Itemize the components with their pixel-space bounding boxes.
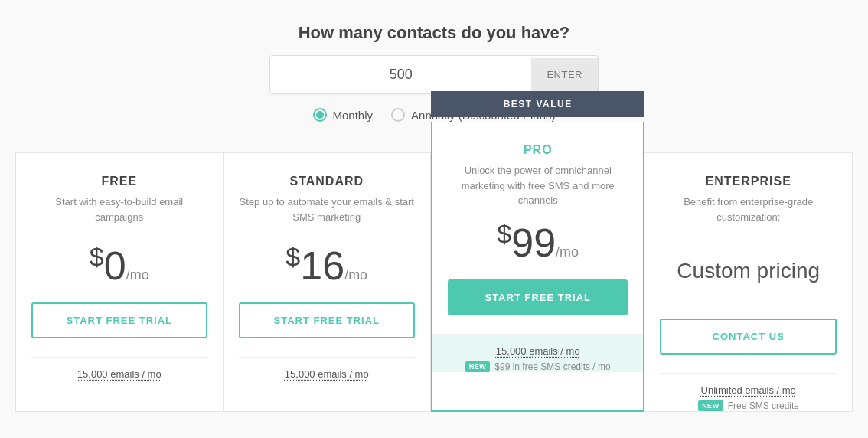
pro-feature-section: 15,000 emails / mo NEW $99 in free SMS c… xyxy=(432,334,643,372)
annually-radio-circle xyxy=(391,108,405,122)
pro-new-badge: NEW xyxy=(465,361,491,372)
free-plan-description: Start with easy-to-build email campaigns xyxy=(31,194,207,231)
plan-card-pro: BEST VALUE PRO Unlock the power of omnic… xyxy=(431,122,644,412)
monthly-radio-label[interactable]: Monthly xyxy=(313,108,374,122)
enterprise-feature-sub: Free SMS credits xyxy=(728,400,799,411)
pro-feature-badge-row: NEW $99 in free SMS credits / mo xyxy=(448,361,628,372)
monthly-radio-circle xyxy=(313,108,327,122)
standard-price-wrapper: $16/mo xyxy=(286,244,367,286)
pro-per-mo: /mo xyxy=(556,244,579,260)
free-price: $0/mo xyxy=(90,244,149,288)
contacts-input[interactable] xyxy=(270,56,531,93)
free-per-mo: /mo xyxy=(126,267,149,283)
standard-plan-name: STANDARD xyxy=(289,175,364,188)
standard-feature-main: 15,000 emails / mo xyxy=(239,368,416,380)
pro-plan-name: PRO xyxy=(524,143,553,157)
enterprise-price-wrapper: Custom pricing xyxy=(677,244,820,302)
free-currency: $ xyxy=(90,242,104,271)
plan-card-free: FREE Start with easy-to-build email camp… xyxy=(15,152,224,412)
enterprise-feature-badge-row: NEW Free SMS credits xyxy=(660,400,837,411)
page-wrapper: How many contacts do you have? ENTER Mon… xyxy=(0,0,868,412)
standard-per-mo: /mo xyxy=(344,267,367,283)
pricing-grid: FREE Start with easy-to-build email camp… xyxy=(15,152,853,412)
free-plan-name: FREE xyxy=(101,175,137,188)
pro-price: $99/mo xyxy=(497,221,579,265)
free-feature-main: 15,000 emails / mo xyxy=(31,368,207,380)
pro-plan-description: Unlock the power of omnichannel marketin… xyxy=(448,163,628,208)
pro-feature-main: 15,000 emails / mo xyxy=(448,345,628,357)
plan-card-enterprise: ENTERPRISE Benefit from enterprise-grade… xyxy=(644,152,853,412)
monthly-label: Monthly xyxy=(333,109,374,122)
pro-feature-sub: $99 in free SMS credits / mo xyxy=(494,361,610,372)
standard-plan-description: Step up to automate your emails & start … xyxy=(239,194,416,231)
enterprise-feature-main: Unlimited emails / mo xyxy=(660,384,837,396)
enterprise-cta-button[interactable]: CONTACT US xyxy=(660,319,837,355)
standard-feature-section: 15,000 emails / mo xyxy=(239,357,416,383)
plan-card-standard: STANDARD Step up to automate your emails… xyxy=(224,152,432,412)
pro-currency: $ xyxy=(497,219,511,248)
enterprise-custom-pricing: Custom pricing xyxy=(677,259,820,283)
monthly-radio-inner xyxy=(316,111,324,119)
free-feature-section: 15,000 emails / mo xyxy=(31,357,207,383)
enterprise-plan-name: ENTERPRISE xyxy=(706,175,791,188)
standard-price: $16/mo xyxy=(286,244,367,288)
contact-input-box: ENTER xyxy=(269,55,599,94)
best-value-banner: BEST VALUE xyxy=(431,91,644,117)
enter-button[interactable]: ENTER xyxy=(531,58,598,91)
free-price-wrapper: $0/mo xyxy=(90,244,149,286)
standard-cta-button[interactable]: START FREE TRIAL xyxy=(239,302,416,338)
free-cta-button[interactable]: START FREE TRIAL xyxy=(31,302,207,338)
pro-price-wrapper: $99/mo xyxy=(497,221,579,263)
enterprise-feature-section: Unlimited emails / mo NEW Free SMS credi… xyxy=(660,373,837,411)
enterprise-new-badge: NEW xyxy=(698,400,723,411)
pro-cta-button[interactable]: START FREE TRIAL xyxy=(448,279,628,315)
contact-input-wrapper: ENTER xyxy=(15,55,853,94)
standard-currency: $ xyxy=(286,242,300,271)
enterprise-plan-description: Benefit from enterprise-grade customizat… xyxy=(660,194,837,231)
page-title: How many contacts do you have? xyxy=(15,23,853,43)
